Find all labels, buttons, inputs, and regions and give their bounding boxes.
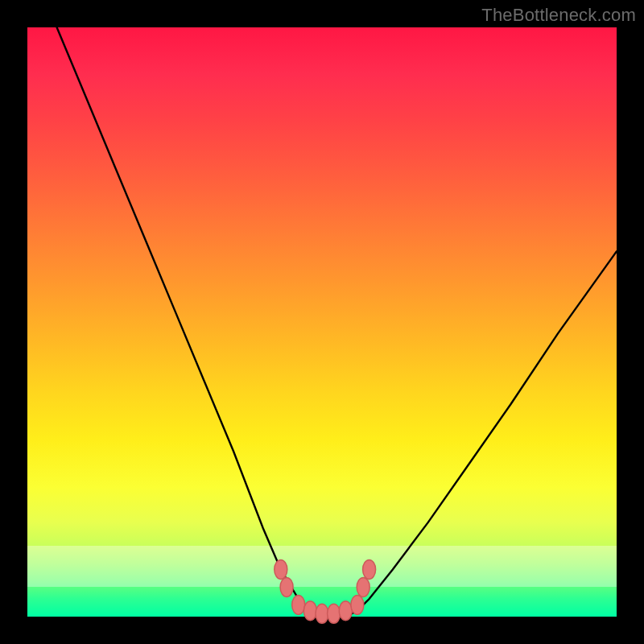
- curve-marker: [280, 577, 293, 597]
- curve-marker: [316, 604, 328, 623]
- bottleneck-curve: [57, 27, 617, 617]
- curve-markers: [275, 559, 376, 623]
- curve-marker: [303, 601, 316, 621]
- attribution-label: TheBottleneck.com: [481, 5, 636, 26]
- curve-marker: [275, 559, 287, 579]
- curve-layer: [27, 27, 617, 617]
- curve-marker: [363, 559, 376, 579]
- curve-marker: [357, 577, 369, 597]
- curve-marker: [292, 595, 305, 614]
- curve-marker: [328, 604, 341, 623]
- plot-area: [27, 27, 617, 617]
- chart-frame: TheBottleneck.com: [0, 0, 644, 644]
- curve-marker: [339, 601, 352, 621]
- curve-marker: [351, 595, 364, 614]
